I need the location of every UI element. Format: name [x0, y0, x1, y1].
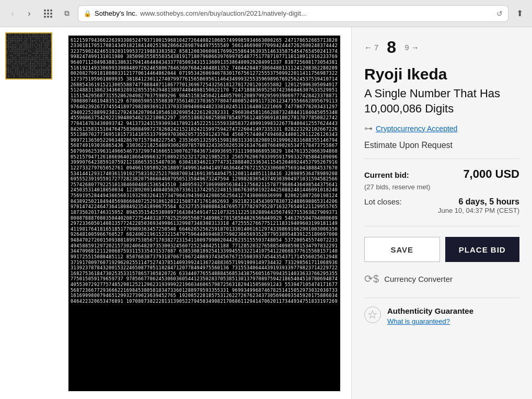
- current-bid-label: Current bid:: [364, 170, 409, 179]
- grid-button[interactable]: [41, 6, 55, 21]
- place-bid-button[interactable]: PLACE BID: [445, 237, 520, 262]
- bid-meta: (27 bids, reserve met): [364, 183, 519, 191]
- back-button[interactable]: ‹: [5, 6, 20, 21]
- authenticity-link[interactable]: What is guaranteed?: [387, 317, 450, 325]
- artist-name: Ryoji Ikeda: [364, 65, 519, 83]
- star-icon: ☆: [364, 306, 381, 323]
- tab-button[interactable]: ⧉: [60, 6, 74, 21]
- brand-text: Sotheby's Inc.: [95, 9, 137, 17]
- lot-closes-label: Lot closes:: [364, 197, 402, 206]
- current-bid-row: Current bid: 7,000 USD: [364, 167, 519, 181]
- lot-prev-button[interactable]: ← 7: [364, 43, 378, 52]
- reload-button[interactable]: ↺: [496, 9, 503, 18]
- lot-closes-row: Lot closes: 6 days, 5 hours June 10, 04:…: [364, 197, 519, 214]
- currency-converter[interactable]: ⟳$ Currency Converter: [364, 272, 519, 285]
- thumbnail-1[interactable]: [5, 32, 52, 79]
- authenticity-title: Authenticity Guarantee: [387, 306, 473, 315]
- artwork-container: 6121597943662263933085247937100159681042…: [0, 27, 351, 399]
- lot-closes-date: June 10, 04:37 PM (CEST): [438, 207, 519, 214]
- estimate-label: Estimate Upon Request: [364, 141, 519, 159]
- lot-next-button[interactable]: 9 →: [404, 43, 419, 52]
- action-buttons: SAVE PLACE BID: [364, 237, 519, 262]
- lot-current-number: 8: [387, 38, 396, 57]
- thumbnail-strip: [5, 32, 52, 79]
- nav-buttons: ‹ ›: [5, 6, 37, 21]
- crypto-link[interactable]: Cryptocurrency Accepted: [376, 124, 457, 133]
- right-panel: ← 7 8 9 → Ryoji Ikeda A Single Number Th…: [351, 27, 532, 399]
- artwork-image: 6121597943662263933085247937100159681042…: [68, 36, 340, 391]
- crypto-icon: ⊶: [364, 123, 373, 133]
- lock-icon: 🔒: [84, 10, 91, 17]
- save-button[interactable]: SAVE: [364, 237, 440, 262]
- share-button[interactable]: ⬆: [512, 6, 527, 21]
- lot-nav: ← 7 8 9 →: [364, 38, 519, 57]
- lot-prev-number: 7: [374, 43, 378, 52]
- currency-converter-label: Currency Converter: [384, 275, 453, 283]
- artwork-title: A Single Number That Has 10,000,086 Digi…: [364, 86, 519, 116]
- crypto-badge: ⊶ Cryptocurrency Accepted: [364, 123, 519, 133]
- bid-section: Current bid: 7,000 USD (27 bids, reserve…: [364, 167, 519, 226]
- lot-next-number: 9: [404, 43, 409, 52]
- left-panel: 6121597943662263933085247937100159681042…: [0, 27, 351, 399]
- forward-button[interactable]: ›: [22, 6, 37, 21]
- url-text: www.sothebys.com/en/buy/auction/2021/nat…: [140, 9, 307, 17]
- currency-icon: ⟳$: [364, 272, 379, 285]
- authenticity-info: Authenticity Guarantee What is guarantee…: [387, 306, 473, 326]
- lot-closes-value: 6 days, 5 hours: [438, 197, 519, 207]
- main-content: 6121597943662263933085247937100159681042…: [0, 27, 532, 399]
- prev-arrow-icon: ←: [364, 43, 372, 52]
- authenticity-section: ☆ Authenticity Guarantee What is guarant…: [364, 298, 519, 326]
- browser-chrome: ‹ › ⧉ 🔒 Sotheby's Inc. www.sothebys.com/…: [0, 0, 532, 27]
- current-bid-value: 7,000 USD: [463, 167, 519, 181]
- address-bar[interactable]: 🔒 Sotheby's Inc. www.sothebys.com/en/buy…: [78, 6, 508, 21]
- next-arrow-icon: →: [411, 43, 419, 52]
